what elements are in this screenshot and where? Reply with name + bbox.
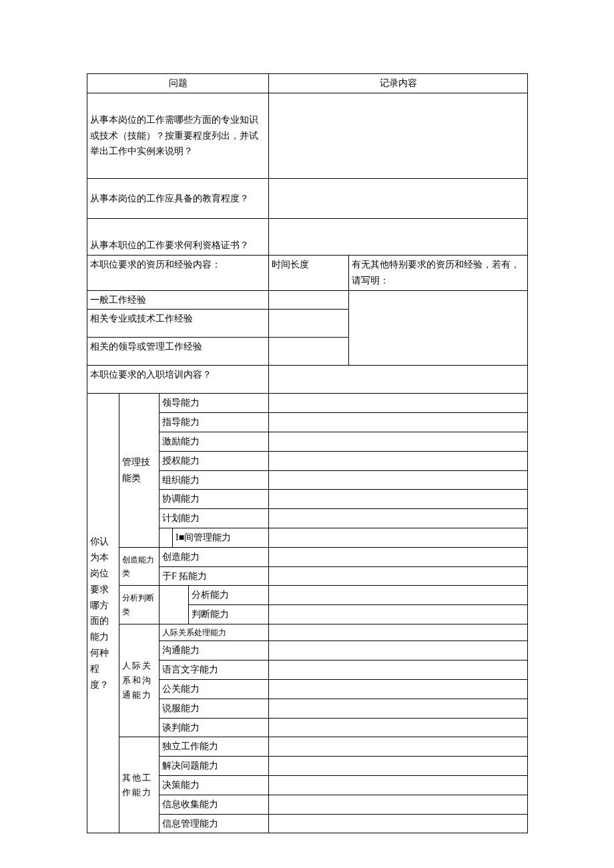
header-record: 记录内容 [269,74,528,93]
ans-i3[interactable] [269,661,528,680]
ans-i4[interactable] [269,679,528,699]
ans-m7[interactable] [269,509,528,528]
skill-i5: 说服能力 [160,699,269,718]
ans-o1[interactable] [269,737,528,757]
cat-create: 创造能力类 [119,547,160,586]
skill-o2: 解决问题能力 [160,757,269,776]
skill-m3: 激励能力 [160,432,269,451]
exp-row2-time[interactable] [269,310,349,338]
analysis-pad [160,586,189,624]
cat-mgmt: 管理技能类 [119,394,160,547]
q2-answer[interactable] [269,179,528,219]
skill-i2: 沟通能力 [160,641,269,661]
ans-m2[interactable] [269,413,528,432]
skill-c2: 于F 拓能力 [160,566,269,586]
skill-o5: 信息管理能力 [160,814,269,833]
skill-a1: 分析能力 [189,586,269,605]
exp-row3-time[interactable] [269,338,349,366]
skill-i4: 公关能力 [160,679,269,699]
form-table: 问题 记录内容 从事本岗位的工作需哪些方面的专业知识或技术（技能）？按重要程度列… [87,73,528,833]
exp-extra-answer[interactable] [349,290,528,366]
skill-m5: 组织能力 [160,470,269,490]
ans-i2[interactable] [269,641,528,661]
ans-o5[interactable] [269,814,528,833]
ans-m3[interactable] [269,432,528,451]
exp-extra-header: 有无其他特别要求的资历和经验，若有，请写明： [349,255,528,290]
ans-i5[interactable] [269,699,528,718]
exp-row1-time[interactable] [269,290,349,310]
ans-a2[interactable] [269,605,528,624]
ans-o2[interactable] [269,757,528,776]
q1-label: 从事本岗位的工作需哪些方面的专业知识或技术（技能）？按重要程度列出，并试举出工作… [87,93,269,178]
ans-m4[interactable] [269,451,528,470]
ans-m8[interactable] [269,528,528,547]
cat-analysis: 分析判断类 [119,586,160,624]
skill-m8: I■间管理能力 [173,528,269,547]
ans-c2[interactable] [269,566,528,586]
ans-m6[interactable] [269,490,528,509]
ans-i1[interactable] [269,624,528,640]
skill-o4: 信息收集能力 [160,795,269,814]
skill-i3: 语言文字能力 [160,661,269,680]
skill-m8-pad [160,528,173,547]
q2-label: 从事本岗位的工作应具备的教育程度？ [87,179,269,219]
ans-m1[interactable] [269,394,528,413]
skill-a2: 判断能力 [189,605,269,624]
exp-title: 本职位要求的资历和经验内容： [87,255,269,290]
skill-c1: 创造能力 [160,547,269,566]
exp-time-header: 时间长度 [269,255,349,290]
skill-m4: 授权能力 [160,451,269,470]
ans-m5[interactable] [269,470,528,490]
exp-row3-label: 相关的领导或管理工作经验 [87,338,269,366]
exp-row2-label: 相关专业或技术工作经验 [87,310,269,338]
ans-i6[interactable] [269,718,528,737]
skill-m1: 领导能力 [160,394,269,413]
q3-label: 从事本职位的工作要求何利资格证书？ [87,219,269,256]
training-label: 本职位要求的入职培训内容？ [87,366,269,394]
ans-o3[interactable] [269,775,528,795]
skill-o1: 独立工作能力 [160,737,269,757]
skill-i1: 人际关系处理能力 [160,624,269,640]
skill-m6: 协调能力 [160,490,269,509]
q3-answer[interactable] [269,219,528,256]
skill-i6: 谈判能力 [160,718,269,737]
cat-interpersonal: 人际关系和沟通能力 [119,624,160,737]
header-question: 问题 [87,74,269,93]
ans-o4[interactable] [269,795,528,814]
ability-question: 你认为本岗位要求哪方面的能力何种程度？ [87,394,119,833]
training-answer[interactable] [269,366,528,394]
exp-row1-label: 一般工作经验 [87,290,269,310]
q1-answer[interactable] [269,93,528,178]
ans-c1[interactable] [269,547,528,566]
skill-m7: 计划能力 [160,509,269,528]
skill-m2: 指导能力 [160,413,269,432]
skill-o3: 决策能力 [160,775,269,795]
ans-a1[interactable] [269,586,528,605]
cat-other: 其他工作能力 [119,737,160,833]
